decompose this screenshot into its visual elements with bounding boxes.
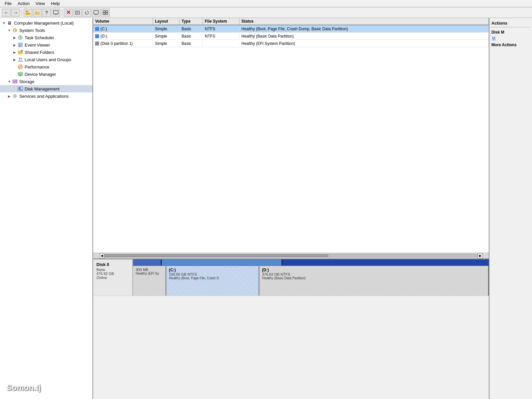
volume-label-efi: (Disk 0 partition 1)	[100, 41, 133, 46]
scroll-track[interactable]	[104, 254, 477, 257]
back-button[interactable]: ←	[2, 9, 11, 17]
cell-layout-efi: Simple	[153, 41, 180, 47]
tree-expand-task[interactable]: ▶	[12, 35, 17, 40]
tree-expand-users[interactable]: ▶	[12, 57, 17, 62]
cell-fs-efi	[203, 43, 239, 44]
forward-button[interactable]: →	[11, 9, 20, 17]
tree-expand-system-tools[interactable]: ▼	[7, 28, 12, 33]
col-layout: Layout	[153, 18, 180, 25]
svg-rect-18	[106, 13, 108, 15]
svg-point-41	[16, 80, 17, 81]
disk-partitions: 300 MB Healthy (EFI Sy (C:) 100.00 GB NT…	[133, 259, 489, 296]
refresh-button[interactable]	[82, 9, 91, 17]
tree-storage[interactable]: ▼ Storage	[0, 78, 92, 85]
tree-root[interactable]: ▼ 🖥 Computer Management (Local)	[0, 19, 92, 27]
tree-task-scheduler-label: Task Scheduler	[25, 35, 54, 40]
tree-expand-root[interactable]: ▼	[1, 20, 7, 26]
actions-title: Actions	[491, 19, 531, 27]
storage-icon	[12, 78, 18, 84]
disk-area: Disk 0 Basic 476.92 GB Online	[93, 259, 489, 399]
grid-button[interactable]	[101, 9, 110, 17]
partition-efi[interactable]: 300 MB Healthy (EFI Sy	[133, 266, 166, 296]
tree-system-tools[interactable]: ▼ System Tools	[0, 27, 92, 34]
menu-help[interactable]: Help	[48, 0, 63, 7]
help-button[interactable]: ?	[42, 9, 51, 17]
properties-button[interactable]	[73, 9, 82, 17]
system-tools-icon	[12, 27, 18, 33]
tree-performance[interactable]: Performance	[0, 63, 92, 70]
tree-local-users[interactable]: ▶ Local Users and Groups	[0, 56, 92, 63]
tree-shared-folders[interactable]: ▶ Shared Folders	[0, 49, 92, 56]
disk-partition-cells: 300 MB Healthy (EFI Sy (C:) 100.00 GB NT…	[133, 266, 489, 296]
disk-label-0: Disk 0 Basic 476.92 GB Online	[93, 259, 133, 296]
volume-color-d	[95, 34, 99, 38]
svg-point-34	[21, 58, 22, 60]
export-button[interactable]	[92, 9, 100, 17]
action-more[interactable]: M	[491, 35, 531, 41]
tree-event-viewer-label: Event Viewer	[25, 43, 50, 48]
tree-device-manager[interactable]: Device Manager	[0, 70, 92, 78]
actions-pane: Actions Disk M M More Actions	[489, 18, 532, 399]
watermark: Somon.tj	[7, 383, 41, 392]
svg-rect-0	[26, 13, 30, 15]
folder-button[interactable]	[33, 9, 42, 17]
scroll-thumb[interactable]	[105, 254, 328, 257]
tree-expand-shared[interactable]: ▶	[12, 50, 17, 55]
scroll-right-arrow[interactable]: ▶	[477, 253, 483, 258]
monitor-button[interactable]	[52, 9, 60, 17]
tree-shared-folders-label: Shared Folders	[25, 50, 54, 55]
col-volume: Volume	[93, 18, 153, 25]
cell-fs-d: NTFS	[203, 33, 239, 39]
tree-root-label: Computer Management (Local)	[14, 21, 74, 26]
right-pane: Volume Layout Type File System Status (C…	[93, 18, 489, 399]
menu-view[interactable]: View	[33, 0, 48, 7]
tree-expand-services[interactable]: ▶	[7, 93, 12, 99]
volume-label-c: (C:)	[100, 27, 107, 31]
table-row[interactable]: (Disk 0 partition 1) Simple Basic Health…	[93, 40, 489, 47]
svg-point-47	[14, 95, 16, 97]
local-users-icon	[17, 57, 23, 63]
task-scheduler-icon	[17, 35, 23, 41]
horizontal-scrollbar[interactable]: ◀ ▶	[93, 253, 489, 259]
bar-c	[162, 259, 283, 266]
svg-rect-30	[18, 51, 20, 52]
tree-disk-management-label: Disk Management	[25, 86, 60, 91]
tree-system-tools-label: System Tools	[19, 28, 45, 33]
tree-task-scheduler[interactable]: ▶ Task Scheduler	[0, 34, 92, 41]
tree-event-viewer[interactable]: ▶ Event Viewer	[0, 41, 92, 49]
c-status: Healthy (Boot, Page File, Crash D	[169, 276, 256, 280]
partition-c[interactable]: (C:) 100.00 GB NTFS Healthy (Boot, Page …	[166, 266, 259, 296]
d-size: 376.63 GB NTFS	[262, 272, 485, 276]
svg-rect-15	[103, 11, 105, 12]
svg-rect-2	[35, 12, 40, 15]
svg-rect-28	[19, 46, 21, 47]
tree-expand-event[interactable]: ▶	[12, 42, 17, 48]
toolbar-separator-2	[62, 9, 62, 16]
partition-d[interactable]: (D:) 376.63 GB NTFS Healthy (Basic Data …	[259, 266, 489, 296]
computer-icon: 🖥	[7, 20, 13, 26]
tree-expand-storage[interactable]: ▼	[7, 79, 12, 84]
empty-disk-row	[93, 296, 489, 399]
cell-type-efi: Basic	[180, 41, 203, 47]
svg-rect-38	[19, 75, 21, 76]
svg-rect-27	[19, 45, 22, 46]
tree-performance-label: Performance	[25, 65, 49, 69]
tree-disk-management[interactable]: Disk Management	[0, 85, 92, 92]
menu-action[interactable]: Action	[15, 0, 32, 7]
delete-button[interactable]: ✕	[64, 9, 72, 17]
tree-services[interactable]: ▶ Services and Applications	[0, 92, 92, 100]
efi-size: 300 MB	[136, 268, 163, 272]
cell-fs-c: NTFS	[203, 26, 239, 32]
tree-expand-perf	[12, 64, 17, 69]
table-row[interactable]: (C:) Simple Basic NTFS Healthy (Boot, Pa…	[93, 25, 489, 33]
table-row[interactable]: (D:) Simple Basic NTFS Healthy (Basic Da…	[93, 33, 489, 40]
device-manager-icon	[17, 71, 23, 77]
tree-expand-disk	[12, 86, 17, 91]
scroll-left-arrow[interactable]: ◀	[99, 253, 104, 258]
performance-icon	[17, 64, 23, 70]
toolbar-separator-1	[22, 9, 22, 16]
svg-rect-26	[19, 44, 22, 45]
menu-file[interactable]: File	[2, 0, 14, 7]
shared-folders-icon	[17, 49, 23, 55]
up-button[interactable]	[24, 9, 32, 17]
